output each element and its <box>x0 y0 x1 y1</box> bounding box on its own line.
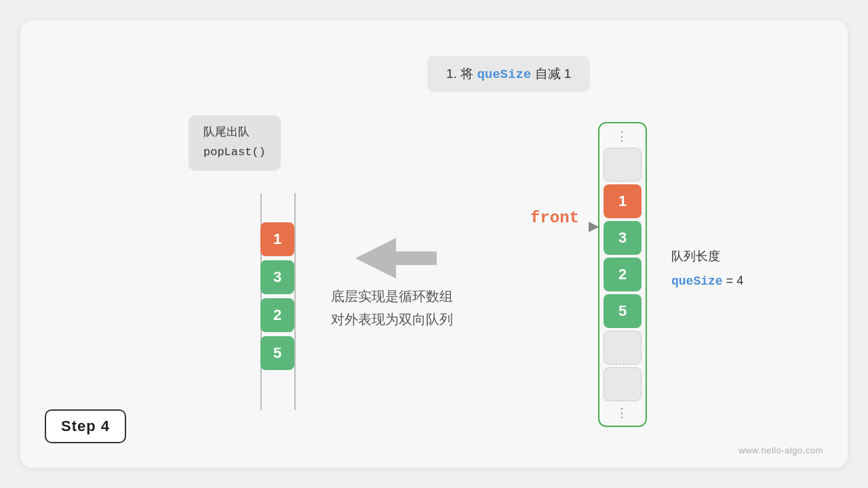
watermark: www.hello-algo.com <box>738 445 823 455</box>
bottom-dots: ⋮ <box>616 404 629 422</box>
queue-info: 队列长度 queSize = 4 <box>671 244 743 293</box>
array-cell-5: 5 <box>604 294 642 328</box>
quesize-equals: = 4 <box>723 274 744 287</box>
stack-line-right <box>294 193 296 410</box>
step-badge: Step 4 <box>45 409 126 443</box>
top-dots: ⋮ <box>616 127 629 145</box>
stack-cell-2: 2 <box>260 298 294 332</box>
popup-label: 队尾出队 popLast() <box>189 115 281 171</box>
array-cell-1: 1 <box>604 184 642 218</box>
annotation-keyword: queSize <box>477 67 531 82</box>
middle-line2: 对外表现为双向队列 <box>331 308 453 331</box>
array-cell-empty-mid <box>604 331 642 365</box>
stack-cell-3: 3 <box>260 260 294 294</box>
front-arrow-text: ▶ <box>589 218 599 233</box>
quesize-keyword: queSize <box>671 274 723 288</box>
array-cell-empty-top <box>604 148 642 182</box>
array-cell-empty-bot <box>604 367 642 401</box>
front-text: front <box>530 209 579 227</box>
front-label: front <box>530 209 579 227</box>
left-arrow-icon <box>355 235 437 285</box>
front-arrow-icon: ▶ <box>589 218 599 234</box>
annotation-prefix: 1. 将 <box>446 66 477 81</box>
stack-cell-5: 5 <box>260 336 294 370</box>
queue-length-label: 队列长度 <box>671 244 743 268</box>
step-label: Step 4 <box>61 418 110 434</box>
watermark-text: www.hello-algo.com <box>738 445 823 455</box>
queue-size-display: queSize = 4 <box>671 268 743 293</box>
middle-line1: 底层实现是循环数组 <box>331 285 453 308</box>
main-card: 1. 将 queSize 自减 1 队尾出队 popLast() 1 3 2 5… <box>20 20 848 468</box>
popup-line1: 队尾出队 <box>203 123 266 143</box>
annotation-box: 1. 将 queSize 自减 1 <box>427 56 590 92</box>
stack-cell-1: 1 <box>260 222 294 256</box>
annotation-suffix: 自减 1 <box>531 66 571 81</box>
array-cell-3: 3 <box>604 221 642 255</box>
middle-text: 底层实现是循环数组 对外表现为双向队列 <box>331 285 453 331</box>
popup-line2: popLast() <box>203 143 266 163</box>
right-circular-array: ⋮ 1 3 2 5 ⋮ <box>598 122 647 427</box>
left-stack: 1 3 2 5 <box>260 222 294 370</box>
array-cell-2: 2 <box>604 258 642 291</box>
svg-marker-0 <box>355 238 437 279</box>
